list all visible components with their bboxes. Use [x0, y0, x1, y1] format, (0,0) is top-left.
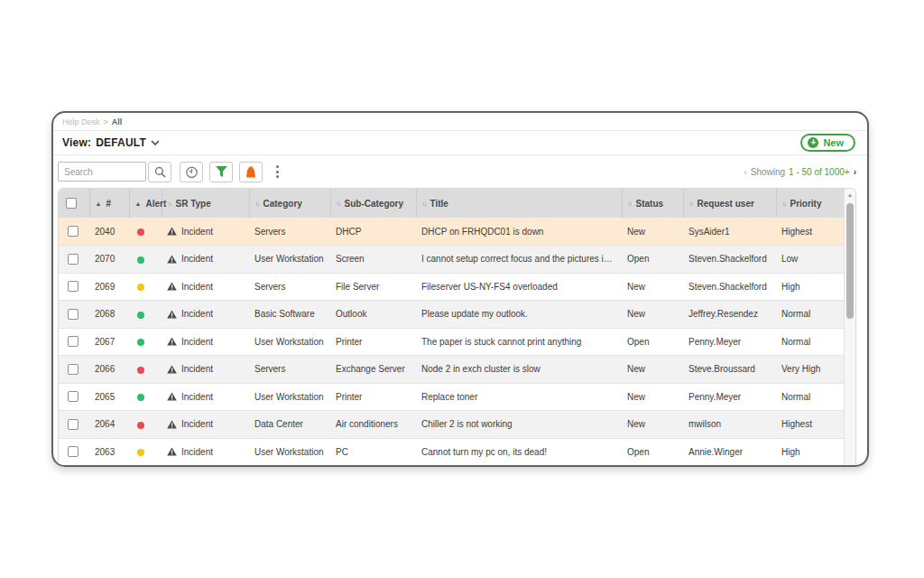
ticket-number: 2064 [89, 411, 129, 439]
category-cell: Servers [249, 218, 330, 246]
column-header-alert[interactable]: ▲Alert [129, 189, 162, 218]
search-icon [153, 165, 167, 179]
row-select-cell [59, 411, 89, 439]
row-checkbox[interactable] [68, 254, 79, 265]
breadcrumb: Help Desk > All [53, 113, 867, 131]
title-cell[interactable]: DHCP on FRHQDC01 is down [416, 218, 622, 246]
title-cell[interactable]: Please update my outlook. [416, 301, 622, 329]
breadcrumb-separator: > [104, 117, 108, 126]
select-all-checkbox[interactable] [66, 198, 77, 209]
table-row[interactable]: 2068IncidentBasic SoftwareOutlookPlease … [59, 301, 844, 329]
table-row[interactable]: 2063IncidentUser WorkstationPCCannot tur… [59, 438, 844, 466]
priority-cell: Very High [776, 356, 844, 384]
incident-warning-icon [167, 337, 177, 346]
title-cell[interactable]: Node 2 in exch cluster is slow [416, 356, 622, 384]
tickets-table: ▲#▲Alert↑↓SR Type↑↓Category↑↓Sub-Categor… [59, 189, 844, 466]
row-checkbox[interactable] [68, 281, 79, 292]
sr-type-cell: Incident [162, 328, 249, 356]
scroll-up-icon[interactable]: ▲ [845, 189, 855, 198]
row-checkbox[interactable] [68, 419, 79, 430]
alert-cell [129, 328, 162, 356]
column-label: Title [430, 199, 448, 209]
category-cell: Servers [249, 273, 330, 301]
table-row[interactable]: 2064IncidentData CenterAir conditionersC… [59, 411, 844, 439]
title-cell[interactable]: Replace toner [416, 383, 622, 411]
filter-button[interactable] [209, 162, 233, 182]
timer-icon [185, 165, 199, 179]
new-button[interactable]: + New [800, 134, 855, 152]
search-button[interactable] [148, 162, 171, 182]
sort-icon: ↑↓ [628, 200, 632, 207]
row-checkbox[interactable] [68, 336, 79, 347]
column-header-select[interactable] [59, 189, 89, 218]
sort-icon: ↑↓ [255, 200, 259, 207]
row-checkbox[interactable] [68, 446, 79, 457]
status-cell: Open [622, 246, 683, 274]
table-row[interactable]: 2040IncidentServersDHCPDHCP on FRHQDC01 … [59, 218, 844, 246]
ticket-number: 2040 [89, 218, 129, 246]
row-select-cell [59, 438, 89, 466]
column-header-category[interactable]: ↑↓Category [249, 189, 330, 218]
incident-warning-icon [167, 392, 177, 401]
incident-warning-icon [167, 255, 177, 264]
pagination-next-icon[interactable]: › [854, 167, 856, 177]
sort-asc-icon: ▲ [135, 200, 142, 207]
table-row[interactable]: 2065IncidentUser WorkstationPrinterRepla… [59, 383, 844, 411]
column-label: # [106, 199, 111, 209]
vertical-scrollbar[interactable]: ▲ [844, 189, 855, 466]
row-checkbox[interactable] [68, 391, 79, 402]
table-row[interactable]: 2066IncidentServersExchange ServerNode 2… [59, 356, 844, 384]
priority-cell: Normal [776, 328, 844, 356]
alerts-button[interactable] [239, 162, 263, 182]
pagination-prev-icon[interactable]: ‹ [744, 167, 746, 177]
request-user-cell: Steve.Broussard [683, 356, 776, 384]
alert-cell [129, 273, 162, 301]
scrollbar-thumb[interactable] [846, 203, 854, 319]
title-cell[interactable]: Cannot turn my pc on, its dead! [416, 438, 622, 466]
column-header-number[interactable]: ▲# [89, 189, 129, 218]
column-header-sub_category[interactable]: ↑↓Sub-Category [330, 189, 416, 218]
title-cell[interactable]: Chiller 2 is not working [416, 411, 622, 439]
view-selector[interactable]: View: DEFAULT [62, 136, 160, 149]
ticket-number: 2070 [89, 246, 129, 274]
row-checkbox[interactable] [68, 364, 79, 375]
column-header-sr_type[interactable]: ↑↓SR Type [162, 189, 249, 218]
incident-warning-icon [167, 282, 177, 291]
alert-dot-green [137, 394, 144, 401]
row-select-cell [59, 246, 89, 274]
search-input[interactable] [58, 162, 146, 182]
sr-type-label: Incident [181, 254, 213, 264]
table-row[interactable]: 2067IncidentUser WorkstationPrinterThe p… [59, 328, 844, 356]
column-header-request_user[interactable]: ↑↓Request user [683, 189, 776, 218]
pagination-label: Showing [751, 167, 785, 177]
sub-category-cell: Exchange Server [330, 356, 416, 384]
title-cell[interactable]: Fileserver US-NY-FS4 overloaded [416, 273, 622, 301]
column-header-title[interactable]: ↑↓Title [416, 189, 622, 218]
more-options-button[interactable] [272, 163, 283, 181]
column-header-status[interactable]: ↑↓Status [622, 189, 683, 218]
category-cell: User Workstation [249, 383, 330, 411]
category-cell: User Workstation [249, 438, 330, 466]
request-user-cell: Annie.Winger [683, 438, 776, 466]
status-cell: New [622, 411, 683, 439]
title-cell[interactable]: The paper is stuck cannot print anything [416, 328, 622, 356]
row-checkbox[interactable] [68, 226, 79, 237]
ticket-number: 2066 [89, 356, 129, 384]
tickets-table-container: ▲#▲Alert↑↓SR Type↑↓Category↑↓Sub-Categor… [58, 188, 856, 466]
alert-cell [129, 218, 162, 246]
sub-category-cell: Printer [330, 383, 416, 411]
alert-dot-red [137, 228, 144, 236]
pagination-range: 1 - 50 of 1000+ [789, 167, 850, 177]
sr-type-cell: Incident [162, 218, 249, 246]
sr-type-label: Incident [181, 447, 213, 457]
table-header-row: ▲#▲Alert↑↓SR Type↑↓Category↑↓Sub-Categor… [59, 189, 844, 218]
table-row[interactable]: 2070IncidentUser WorkstationScreenI cann… [59, 246, 844, 274]
table-row[interactable]: 2069IncidentServersFile ServerFileserver… [59, 273, 844, 301]
title-cell[interactable]: I cannot setup correct focus and the pic… [416, 246, 622, 274]
ticket-number: 2067 [89, 328, 129, 356]
row-checkbox[interactable] [68, 309, 79, 320]
sr-type-cell: Incident [162, 438, 249, 466]
column-header-priority[interactable]: ↑↓Priority [776, 189, 844, 218]
timer-button[interactable] [180, 162, 203, 182]
breadcrumb-help-desk[interactable]: Help Desk [62, 117, 100, 126]
